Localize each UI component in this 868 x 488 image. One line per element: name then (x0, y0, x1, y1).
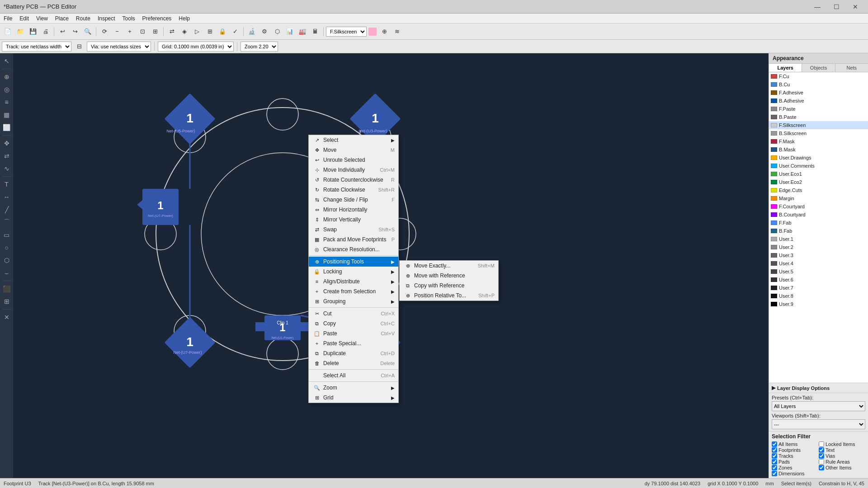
route-diff-tool[interactable]: ⇄ (1, 150, 13, 162)
layer-item-user-eco1[interactable]: User.Eco1 (769, 170, 868, 178)
context-menu-item-clearance[interactable]: ◎Clearance Resolution... (309, 244, 398, 254)
layer-item-user-3[interactable]: User.3 (769, 251, 868, 259)
drc-button[interactable]: ✓ (229, 26, 241, 38)
tab-layers[interactable]: Layers (769, 64, 802, 72)
tab-nets[interactable]: Nets (835, 64, 868, 72)
context-menu-item-mirror-h[interactable]: ⇔Mirror Horizontally (309, 205, 398, 215)
context-menu-item-mirror-v[interactable]: ⇕Mirror Vertically (309, 215, 398, 225)
edge-tool[interactable]: ⬜ (1, 122, 13, 133)
3d-button[interactable]: ⬡ (271, 26, 283, 38)
layer-color-button[interactable] (368, 28, 377, 36)
layer-item-margin[interactable]: Margin (769, 194, 868, 202)
context-menu-item-change-side[interactable]: ⇆Change Side / FlipF (309, 195, 398, 205)
print-button[interactable]: 🖨 (40, 26, 52, 38)
fab-button[interactable]: 🏭 (297, 26, 308, 38)
sf-checkbox-pads[interactable] (772, 459, 777, 465)
layer-tool[interactable]: ≡ (1, 96, 13, 108)
layer-item-b-cu[interactable]: B.Cu (769, 80, 868, 89)
maximize-button[interactable]: ☐ (827, 0, 845, 14)
copper-tool[interactable]: ▦ (1, 109, 13, 121)
layer-item-f-cu[interactable]: F.Cu (769, 72, 868, 80)
submenu-item-pos-rel[interactable]: ⊕Position Relative To...Shift+P (400, 291, 498, 300)
zoom-refresh-button[interactable]: ⟳ (99, 26, 110, 38)
layer-item-f-paste[interactable]: F.Paste (769, 105, 868, 113)
zoom-out-button[interactable]: − (111, 26, 123, 38)
context-menu-item-swap[interactable]: ⇄SwapShift+S (309, 225, 398, 235)
pad-display-button[interactable]: ⊕ (378, 26, 390, 38)
context-menu-item-grouping[interactable]: ⊞Grouping▶ (309, 296, 398, 306)
submenu-item-move-exactly[interactable]: ⊕Move Exactly...Shift+M (400, 261, 498, 271)
sf-checkbox-vias[interactable] (819, 453, 824, 459)
zoom-in-button[interactable]: + (124, 26, 136, 38)
line-tool[interactable]: ╱ (1, 204, 13, 216)
sf-checkbox-tracks[interactable] (772, 453, 777, 459)
rect-tool[interactable]: ▭ (1, 229, 13, 241)
layer-item-user-drawings[interactable]: User.Drawings (769, 154, 868, 162)
layer-item-user-8[interactable]: User.8 (769, 292, 868, 300)
net-inspect-button[interactable]: 🔬 (246, 26, 258, 38)
sf-checkbox-all-items[interactable] (772, 441, 777, 447)
layer-item-edge-cuts[interactable]: Edge.Cuts (769, 186, 868, 194)
undo-button[interactable]: ↩ (57, 26, 68, 38)
menu-item-help[interactable]: Help (175, 14, 193, 23)
menu-item-inspect[interactable]: Inspect (94, 14, 119, 23)
context-menu-item-move-ind[interactable]: ⊹Move IndividuallyCtrl+M (309, 165, 398, 175)
poly-tool[interactable]: ⬡ (1, 254, 13, 266)
context-menu-item-unroute[interactable]: ↩Unroute Selected (309, 155, 398, 165)
layer-item-f-courtyard[interactable]: F.Courtyard (769, 202, 868, 211)
layer-item-b-mask[interactable]: B.Mask (769, 145, 868, 154)
calc-button[interactable]: 🖩 (309, 26, 321, 38)
context-menu-item-grid[interactable]: ⊞Grid▶ (309, 393, 398, 403)
layer-item-user-1[interactable]: User.1 (769, 235, 868, 243)
menu-item-tools[interactable]: Tools (119, 14, 139, 23)
context-menu-item-positioning[interactable]: ⊕Positioning Tools▶ (309, 257, 398, 267)
layer-item-f-fab[interactable]: F.Fab (769, 219, 868, 227)
viewports-combo[interactable]: --- (772, 419, 865, 429)
menu-item-preferences[interactable]: Preferences (139, 14, 175, 23)
toggle2-button[interactable]: ▷ (191, 26, 203, 38)
context-menu-item-paste-special[interactable]: +Paste Special... (309, 338, 398, 348)
context-menu-item-paste[interactable]: 📋PasteCtrl+V (309, 328, 398, 338)
menu-item-edit[interactable]: Edit (16, 14, 33, 23)
sf-checkbox-text[interactable] (819, 447, 824, 453)
flip-board-button[interactable]: ⇄ (166, 26, 178, 38)
inspect-tool[interactable]: ⊕ (1, 71, 13, 83)
tab-objects[interactable]: Objects (802, 64, 835, 72)
layer-item-user-2[interactable]: User.2 (769, 243, 868, 251)
zoom-fit-button[interactable]: ⊡ (137, 26, 148, 38)
menu-item-place[interactable]: Place (52, 14, 72, 23)
arc-tool[interactable]: ⌒ (1, 216, 13, 228)
layer-item-f-silkscreen[interactable]: F.Silkscreen (769, 121, 868, 129)
footprint-tool[interactable]: ⬛ (1, 283, 13, 295)
context-menu-item-cut[interactable]: ✂CutCtrl+X (309, 309, 398, 319)
sf-checkbox-rule-areas[interactable] (819, 459, 824, 465)
image-tool[interactable]: ⊞ (1, 296, 13, 307)
context-menu-item-select-all[interactable]: Select AllCtrl+A (309, 371, 398, 380)
track-combo[interactable]: Track: use netclass width (2, 42, 71, 52)
route-tool[interactable]: ✥ (1, 137, 13, 149)
drill-tool[interactable]: ◎ (1, 84, 13, 95)
menu-item-file[interactable]: File (0, 14, 16, 23)
presets-combo[interactable]: All Layers (772, 401, 865, 411)
sf-checkbox-other-items[interactable] (819, 465, 824, 470)
context-menu-item-rotate-ccw[interactable]: ↺Rotate CounterclockwiseR (309, 175, 398, 185)
net-display-button[interactable]: ≋ (391, 26, 403, 38)
gerber-button[interactable]: 📊 (284, 26, 296, 38)
board-setup-button[interactable]: ⚙ (259, 26, 270, 38)
lock-button[interactable]: 🔒 (217, 26, 228, 38)
layer-item-user-comments[interactable]: User.Comments (769, 162, 868, 170)
context-menu-item-move[interactable]: ✥MoveM (309, 145, 398, 155)
redo-button[interactable]: ↪ (69, 26, 81, 38)
new-button[interactable]: 📄 (2, 26, 14, 38)
layer-item-user-6[interactable]: User.6 (769, 276, 868, 284)
sf-checkbox-locked-items[interactable] (819, 441, 824, 447)
menu-item-view[interactable]: View (33, 14, 52, 23)
layer-item-b-fab[interactable]: B.Fab (769, 227, 868, 235)
select-tool[interactable]: ↖ (1, 55, 13, 67)
close-button[interactable]: ✕ (846, 0, 864, 14)
open-button[interactable]: 📁 (14, 26, 26, 38)
tune-tool[interactable]: ∿ (1, 163, 13, 174)
grid-combo[interactable]: Grid: 0.1000 mm (0.0039 in) (158, 42, 234, 52)
layer-item-b-silkscreen[interactable]: B.Silkscreen (769, 129, 868, 137)
layer-item-b-paste[interactable]: B.Paste (769, 113, 868, 121)
